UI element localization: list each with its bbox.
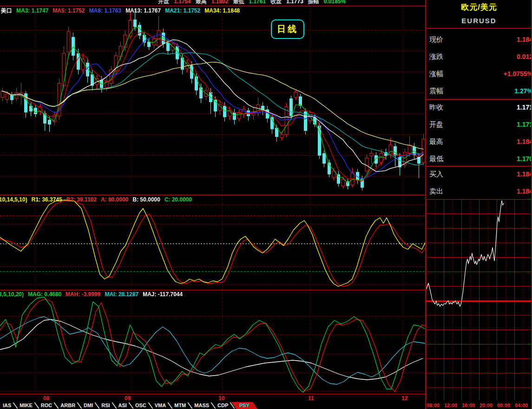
quote-part: 0.0185%	[324, 0, 346, 5]
quote-row: 涨跌0.012	[426, 51, 531, 63]
oscillator-chart[interactable]	[0, 291, 426, 394]
time-label: 04:00	[515, 403, 528, 408]
quote-label: 涨跌	[429, 51, 443, 63]
period-badge[interactable]: 日线	[271, 19, 304, 39]
quote-value: +1.0755%	[504, 68, 531, 80]
tab-mtm[interactable]: MTM	[171, 402, 189, 409]
tab-asi[interactable]: ASI	[116, 402, 130, 409]
tab-cdp[interactable]: CDP	[215, 402, 231, 409]
quote-row: 卖出1.184	[426, 185, 531, 197]
quote-value: 1.184	[517, 168, 531, 180]
instrument-title: 欧元/美元	[426, 2, 532, 13]
indicator-tab-bar: IAS MIKE ROC ARBR DMI RSI ASI OSC VMA MT…	[0, 402, 426, 409]
osc-param: (3,5,10,20)	[0, 291, 24, 298]
month-label: 10	[218, 395, 224, 402]
kdj-value: A: 80.0000	[101, 196, 128, 203]
quote-row: 昨收1.171	[426, 101, 531, 113]
quote-part: 收盘	[270, 0, 282, 5]
sidebar-divider	[426, 99, 532, 100]
sidebar-divider	[426, 166, 532, 167]
quote-summary-strip: 开盘1.1754最高1.1802最低1.1761收盘1.1773振幅0.0185…	[0, 0, 426, 5]
x-axis-months: 08 09 10 11 12	[0, 395, 426, 402]
quote-label: 涨幅	[429, 68, 443, 80]
tab-mike[interactable]: MIKE	[17, 402, 35, 409]
osc-value: MAG: 0.4680	[28, 291, 61, 298]
quote-row: 现价1.184	[426, 33, 531, 45]
quote-label: 卖出	[429, 185, 443, 197]
time-label: 20:00	[479, 403, 493, 408]
month-label: 08	[43, 395, 49, 402]
quote-label: 现价	[429, 33, 443, 45]
mini-chart-time-axis: 08:00 12:00 16:00 20:00 00:00 04:00	[426, 403, 532, 409]
ma-value: MA3: 1.1747	[16, 7, 48, 14]
ma-value: MA34: 1.1848	[204, 7, 240, 14]
quote-row: 最高1.184	[426, 136, 531, 148]
time-label: 16:00	[462, 403, 475, 408]
intraday-mini-chart[interactable]	[426, 197, 532, 402]
sidebar-divider	[426, 28, 532, 29]
kdj-value: C: 20.0000	[164, 196, 192, 203]
kdj-value: R1: 36.3745	[32, 196, 62, 203]
quote-row: 开盘1.171	[426, 118, 531, 130]
tab-roc[interactable]: ROC	[38, 402, 55, 409]
quote-label: 昨收	[429, 101, 443, 113]
trading-terminal: 开盘1.1754最高1.1802最低1.1761收盘1.1773振幅0.0185…	[0, 0, 532, 409]
quote-label: 最低	[429, 153, 443, 165]
osc-value: MAI: 28.1287	[105, 291, 138, 298]
quote-label: 买入	[429, 168, 443, 180]
kdj-values-row: (10,14,5,10)R1: 36.3745R2: 39.1102A: 80.…	[0, 196, 196, 203]
candlestick-chart[interactable]	[0, 6, 426, 194]
ma-value: MA5: 1.1752	[53, 7, 85, 14]
quote-part: 1.1773	[286, 0, 303, 5]
osc-value: MAJ: -117.7044	[143, 291, 183, 298]
quote-value: 1.27%	[514, 85, 531, 97]
tab-vma[interactable]: VMA	[152, 402, 169, 409]
kdj-value: R2: 39.1102	[66, 196, 97, 203]
quote-value: 1.171	[517, 101, 531, 113]
month-label: 09	[125, 395, 131, 402]
kdj-indicator-chart[interactable]	[0, 195, 426, 289]
tab-psy[interactable]: PSY	[231, 402, 258, 409]
month-label: 11	[308, 395, 314, 402]
kdj-param: (10,14,5,10)	[0, 196, 27, 203]
tab-mass[interactable]: MASS	[191, 402, 212, 409]
quote-part: 最高	[196, 0, 207, 5]
quote-label: 最高	[429, 136, 443, 148]
quote-label: 震幅	[429, 85, 443, 97]
quote-part: 1.1802	[211, 0, 229, 5]
quote-value: 1.184	[517, 33, 531, 45]
tab-rsi[interactable]: RSI	[99, 402, 112, 409]
quote-value: 1.170	[517, 153, 531, 165]
tab-ias[interactable]: IAS	[0, 402, 14, 409]
quote-label: 开盘	[429, 118, 443, 130]
ma-value: MA21: 1.1752	[165, 7, 200, 14]
quote-value: 1.184	[517, 185, 531, 197]
osc-value: MAH: -3.9999	[66, 291, 100, 298]
ma-values-row: 美口MA3: 1.1747MA5: 1.1752MA8: 1.1763MA13:…	[1, 7, 244, 15]
sidebar-border	[425, 0, 426, 409]
quote-value: 1.184	[517, 136, 531, 148]
quote-row: 最低1.170	[426, 153, 531, 165]
quote-part: 1.1761	[249, 0, 266, 5]
time-label: 08:00	[427, 403, 440, 408]
time-label: 00:00	[497, 403, 510, 408]
quote-value: 0.012	[517, 51, 531, 63]
quote-part: 1.1754	[174, 0, 191, 5]
quote-row: 涨幅+1.0755%	[426, 68, 531, 80]
tab-arbr[interactable]: ARBR	[58, 402, 78, 409]
quote-row: 买入1.184	[426, 168, 531, 180]
tab-dmi[interactable]: DMI	[81, 402, 96, 409]
ma-value: MA8: 1.1763	[89, 7, 121, 14]
time-label: 12:00	[444, 403, 457, 408]
quote-part: 最低	[233, 0, 244, 5]
instrument-symbol: EURUSD	[426, 17, 532, 25]
axis-divider	[0, 394, 426, 395]
tab-osc[interactable]: OSC	[132, 402, 149, 409]
symbol-prefix: 美口	[1, 7, 12, 14]
month-label: 12	[401, 395, 407, 402]
kdj-value: B: 50.0000	[133, 196, 160, 203]
quote-value: 1.171	[517, 118, 531, 130]
ma-value: MA13: 1.1767	[125, 7, 161, 14]
oscillator-values-row: (3,5,10,20)MAG: 0.4680MAH: -3.9999MAI: 2…	[0, 291, 187, 298]
quote-part: 开盘	[158, 0, 169, 5]
